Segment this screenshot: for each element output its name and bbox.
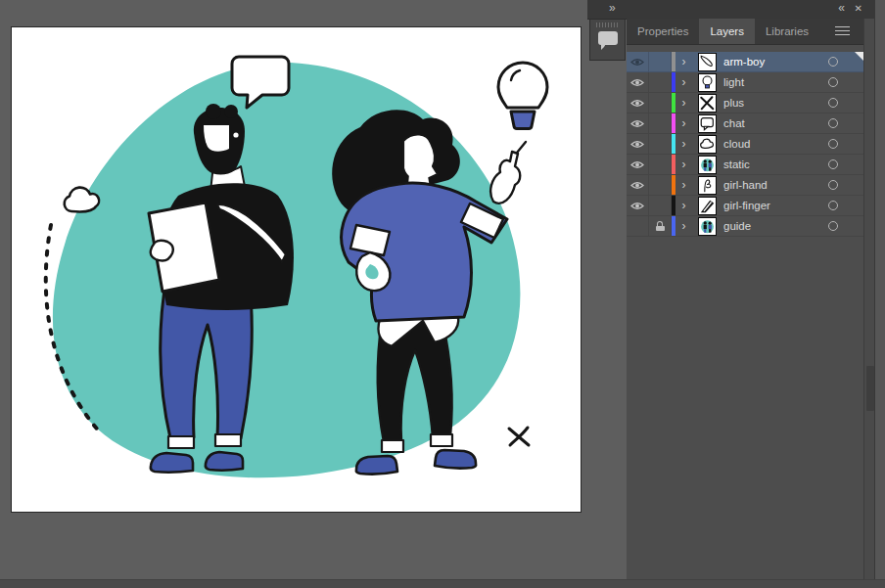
layer-thumbnail[interactable] bbox=[698, 135, 717, 154]
layer-thumbnail[interactable] bbox=[698, 176, 717, 195]
eye-icon bbox=[630, 181, 644, 190]
layer-name[interactable]: guide bbox=[723, 220, 828, 232]
layer-thumbnail[interactable] bbox=[698, 217, 717, 236]
lock-toggle[interactable] bbox=[649, 52, 672, 71]
layer-thumbnail[interactable] bbox=[698, 114, 717, 133]
visibility-toggle[interactable] bbox=[627, 52, 649, 71]
lock-toggle[interactable] bbox=[649, 216, 672, 236]
chevron-right-icon[interactable]: › bbox=[675, 72, 692, 93]
chevron-right-icon[interactable]: › bbox=[675, 134, 692, 155]
eye-icon bbox=[630, 160, 644, 169]
layer-row[interactable]: › girl-finger bbox=[627, 196, 863, 216]
target-circle-icon[interactable] bbox=[828, 201, 838, 210]
lock-toggle[interactable] bbox=[649, 155, 672, 174]
tab-libraries[interactable]: Libraries bbox=[755, 19, 819, 44]
lock-toggle[interactable] bbox=[649, 72, 672, 92]
visibility-toggle[interactable] bbox=[627, 216, 649, 236]
close-panel-icon[interactable]: ✕ bbox=[855, 3, 862, 14]
target-circle-icon[interactable] bbox=[828, 139, 838, 149]
layer-name[interactable]: light bbox=[723, 76, 828, 88]
dock-header: » « ✕ bbox=[587, 0, 874, 20]
panel-menu-icon[interactable] bbox=[835, 26, 850, 35]
layer-row[interactable]: › girl-hand bbox=[627, 175, 863, 196]
visibility-toggle[interactable] bbox=[627, 113, 649, 133]
layers-panel: Properties Layers Libraries › ar bbox=[627, 19, 863, 579]
panel-grip bbox=[596, 23, 620, 27]
eye-icon bbox=[630, 119, 644, 128]
expand-dock-icon[interactable]: » bbox=[609, 1, 614, 15]
layer-name[interactable]: cloud bbox=[723, 138, 828, 150]
layer-thumbnail[interactable] bbox=[698, 73, 717, 92]
layer-name[interactable]: girl-hand bbox=[723, 179, 828, 191]
layer-name[interactable]: static bbox=[723, 158, 828, 170]
tab-properties[interactable]: Properties bbox=[627, 19, 699, 44]
tab-layers[interactable]: Layers bbox=[699, 19, 755, 44]
lock-toggle[interactable] bbox=[649, 196, 672, 215]
visibility-toggle[interactable] bbox=[627, 196, 649, 215]
layer-row[interactable]: › chat bbox=[627, 113, 863, 134]
chevron-right-icon[interactable]: › bbox=[675, 113, 692, 134]
layer-thumbnail[interactable] bbox=[698, 156, 717, 174]
eye-icon bbox=[630, 99, 644, 108]
illustrator-window: » « ✕ Properties Layers Libraries bbox=[0, 0, 885, 588]
panel-tabbar: Properties Layers Libraries bbox=[627, 19, 863, 45]
layer-name[interactable]: chat bbox=[723, 117, 828, 129]
layer-row[interactable]: › cloud bbox=[627, 134, 863, 155]
eye-icon bbox=[630, 58, 644, 67]
chevron-right-icon[interactable]: › bbox=[675, 52, 692, 72]
eye-icon bbox=[630, 140, 644, 149]
visibility-toggle[interactable] bbox=[627, 72, 649, 92]
eye-icon bbox=[630, 78, 644, 87]
chevron-right-icon[interactable]: › bbox=[675, 155, 692, 175]
artwork-canvas bbox=[12, 27, 581, 512]
lock-toggle[interactable] bbox=[649, 175, 672, 195]
layer-name[interactable]: plus bbox=[723, 97, 828, 109]
chevron-right-icon[interactable]: › bbox=[675, 216, 692, 237]
layer-name[interactable]: girl-finger bbox=[723, 200, 828, 211]
visibility-toggle[interactable] bbox=[627, 175, 649, 195]
chevron-right-icon[interactable]: › bbox=[675, 175, 692, 196]
layer-row[interactable]: › static bbox=[627, 155, 863, 175]
target-circle-icon[interactable] bbox=[828, 159, 838, 169]
target-circle-icon[interactable] bbox=[828, 221, 838, 231]
x-mark[interactable] bbox=[509, 428, 529, 445]
target-circle-icon[interactable] bbox=[828, 98, 838, 108]
artboard[interactable] bbox=[12, 27, 581, 512]
target-circle-icon[interactable] bbox=[828, 180, 838, 190]
layer-name[interactable]: arm-boy bbox=[723, 56, 828, 68]
chevron-right-icon[interactable]: › bbox=[675, 196, 692, 216]
comments-panel-button[interactable] bbox=[589, 19, 626, 61]
chevron-right-icon[interactable]: › bbox=[675, 93, 692, 113]
layer-row[interactable]: › plus bbox=[627, 93, 863, 113]
collapse-panels-icon[interactable]: « bbox=[838, 1, 843, 15]
target-circle-icon[interactable] bbox=[828, 57, 838, 67]
lock-toggle[interactable] bbox=[649, 113, 672, 133]
visibility-toggle[interactable] bbox=[627, 93, 649, 113]
window-bottom-edge bbox=[0, 579, 885, 588]
layer-row[interactable]: › arm-boy bbox=[627, 52, 863, 72]
lock-icon bbox=[656, 221, 665, 231]
girl-hand bbox=[490, 142, 526, 204]
layer-thumbnail[interactable] bbox=[698, 197, 717, 215]
lock-toggle[interactable] bbox=[649, 93, 672, 113]
layers-list: › arm-boy › light bbox=[627, 52, 863, 237]
layer-thumbnail[interactable] bbox=[698, 94, 717, 113]
layer-row[interactable]: › light bbox=[627, 72, 863, 93]
speech-bubble-icon bbox=[598, 31, 618, 45]
target-circle-icon[interactable] bbox=[828, 77, 838, 87]
lightbulb[interactable] bbox=[498, 63, 547, 129]
lock-toggle[interactable] bbox=[649, 134, 672, 154]
scrollbar-thumb[interactable] bbox=[866, 366, 874, 411]
eye-icon bbox=[630, 202, 644, 210]
visibility-toggle[interactable] bbox=[627, 155, 649, 174]
layer-thumbnail[interactable] bbox=[698, 53, 717, 71]
visibility-toggle[interactable] bbox=[627, 134, 649, 154]
panel-scrollbar[interactable] bbox=[863, 19, 874, 579]
target-circle-icon[interactable] bbox=[828, 118, 838, 128]
layer-row[interactable]: › guide bbox=[627, 216, 863, 237]
window-right-edge bbox=[874, 0, 885, 588]
